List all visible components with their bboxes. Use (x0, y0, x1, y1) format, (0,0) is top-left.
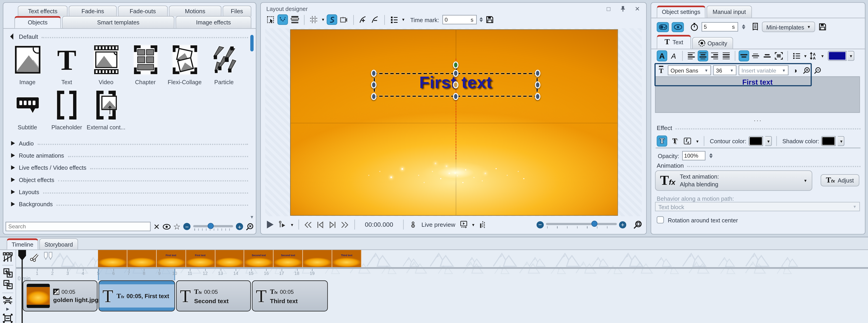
resize-handle-se[interactable] (535, 93, 540, 100)
text-contour-effect-button[interactable]: T (670, 136, 680, 146)
tab-fade-ins[interactable]: Fade-ins (69, 5, 117, 16)
remove-track-button[interactable] (2, 280, 14, 289)
script-icon[interactable] (750, 22, 759, 31)
palette-item-flexi-collage[interactable]: Flexi-Collage (165, 44, 205, 85)
tab-objects[interactable]: Objects (14, 16, 61, 28)
split-marker-icon[interactable] (44, 252, 53, 262)
palette-item-particle[interactable]: Particle (205, 44, 244, 85)
palette-item-image[interactable]: Image (8, 44, 47, 85)
center-handle[interactable] (453, 81, 458, 88)
clear-search-icon[interactable]: ✕ (153, 222, 160, 231)
list-button[interactable] (791, 50, 802, 61)
rotation-checkbox[interactable] (657, 216, 664, 223)
insert-variable-select[interactable]: Insert variable▼ (739, 65, 788, 75)
resize-handle-w[interactable] (371, 81, 377, 88)
resize-handle-ne[interactable] (535, 70, 540, 77)
expand-more-icon[interactable]: ▶ (6, 307, 9, 311)
bold-button[interactable]: A (657, 50, 667, 61)
resize-handle-nw[interactable] (371, 70, 377, 77)
toggle-active-button[interactable] (657, 22, 669, 32)
list-dropdown-icon[interactable]: ▼ (803, 54, 807, 58)
favorites-star-icon[interactable]: ☆ (173, 222, 181, 231)
shadow-color-dropdown[interactable]: ▼ (838, 136, 845, 146)
maximize-icon[interactable]: □ (604, 5, 613, 13)
canvas-zoom-slider[interactable] (546, 221, 617, 228)
contrast-icon[interactable]: ◑ (791, 66, 800, 75)
italic-button[interactable]: A (669, 50, 679, 61)
palette-item-text[interactable]: T Text (47, 44, 86, 85)
text-shadow-effect-button[interactable]: T (657, 136, 667, 146)
time-mark-input[interactable]: 0s (442, 15, 476, 24)
tab-opacity[interactable]: Opacity (692, 37, 733, 48)
preview-dropdown-icon[interactable]: ▼ (471, 223, 475, 226)
section-backgrounds[interactable]: Backgrounds (3, 198, 256, 210)
timeline-filmstrip[interactable]: First textFirst textSecond textSecond te… (98, 250, 362, 267)
shadow-color-swatch[interactable] (822, 136, 836, 146)
canvas-zoom-out-button[interactable]: − (537, 221, 544, 228)
font-size-select[interactable]: 36▼ (713, 65, 737, 75)
time-mark-spinner[interactable] (479, 17, 483, 22)
shrink-tracks-button[interactable] (2, 313, 14, 323)
play-button[interactable] (265, 220, 275, 230)
tab-text[interactable]: TText (657, 35, 691, 49)
fit-to-window-icon[interactable] (633, 220, 642, 229)
palette-item-video[interactable]: Video (86, 44, 126, 85)
opacity-input[interactable]: 100% (682, 151, 705, 160)
mini-templates-dropdown[interactable]: Mini-templates▼ (762, 22, 815, 32)
preview-screen-icon[interactable] (459, 220, 469, 230)
pin-icon[interactable] (618, 5, 627, 13)
tab-files[interactable]: Files (222, 5, 251, 16)
performance-monitor-icon[interactable] (477, 220, 488, 230)
expand-tracks-button[interactable] (2, 296, 14, 306)
adjust-animation-button[interactable]: Tfx Adjust (820, 174, 860, 186)
justify-button[interactable] (721, 50, 732, 61)
tab-timeline[interactable]: Timeline (7, 238, 38, 249)
behavior-dropdown[interactable]: Text block▼ (655, 202, 860, 211)
align-left-button[interactable] (686, 50, 696, 61)
editor-zoom-out-icon[interactable] (813, 66, 822, 75)
effect-dropdown-icon[interactable]: ▼ (695, 139, 699, 143)
close-icon[interactable]: ✕ (633, 5, 642, 13)
contour-color-dropdown[interactable]: ▼ (765, 136, 772, 146)
timeline-item-second-text[interactable]: T Tfx00:05 Second text (176, 280, 251, 311)
duration-spinner[interactable] (742, 25, 745, 29)
resize-handle-sw[interactable] (371, 93, 377, 100)
duration-input[interactable]: 5s (702, 22, 738, 32)
tab-fade-outs[interactable]: Fade-outs (118, 5, 168, 16)
section-object-effects[interactable]: Object effects (3, 174, 256, 186)
motion-path-curve-button[interactable] (277, 14, 288, 25)
zoom-in-button[interactable]: + (236, 223, 243, 230)
text-animation-dropdown[interactable]: Tfx Text animation:Alpha blending ▼ (655, 170, 812, 191)
line-spacing-button[interactable]: AA (808, 50, 819, 61)
scroll-down-icon[interactable]: ▼ (250, 215, 254, 220)
grid-dropdown-icon[interactable]: ▼ (321, 18, 325, 22)
tab-object-settings[interactable]: Object settings (657, 5, 705, 17)
resize-handle-s[interactable] (453, 93, 458, 100)
timeline-item-third-text[interactable]: T Tfx00:05 Third text (252, 280, 328, 311)
tab-motions[interactable]: Motions (169, 5, 221, 16)
layer-order-button[interactable] (289, 14, 300, 25)
play-options-dropdown-icon[interactable]: ▼ (290, 223, 294, 226)
fit-text-box-button[interactable] (773, 50, 784, 61)
align-center-button[interactable] (698, 50, 708, 61)
font-color-dropdown[interactable]: ▼ (848, 51, 854, 61)
collapse-triangle-icon[interactable] (10, 33, 16, 39)
align-right-button[interactable] (709, 50, 720, 61)
grid-button[interactable] (309, 14, 319, 25)
palette-item-chapter[interactable]: Chapter (126, 44, 165, 85)
camera-pan-button[interactable] (339, 14, 349, 25)
editor-zoom-in-icon[interactable] (802, 66, 811, 75)
contour-color-swatch[interactable] (749, 136, 763, 146)
palette-item-external-content[interactable]: ↑ External cont... (86, 89, 126, 131)
timeline-area[interactable]: First textFirst textSecond textSecond te… (16, 250, 868, 323)
tab-image-effects[interactable]: Image effects (176, 16, 251, 28)
font-family-select[interactable]: Open Sans▼ (668, 65, 711, 75)
valign-middle-button[interactable] (750, 50, 761, 61)
text-editor-area[interactable]: First text (655, 76, 860, 113)
line-spacing-dropdown-icon[interactable]: ▼ (820, 54, 825, 58)
save-template-icon[interactable] (818, 22, 827, 31)
tab-text-effects[interactable]: Text effects (18, 5, 68, 16)
text-fx-effect-button[interactable]: fx (682, 136, 693, 146)
next-frame-button[interactable] (328, 220, 338, 230)
thumbnail-size-slider[interactable] (193, 223, 234, 230)
